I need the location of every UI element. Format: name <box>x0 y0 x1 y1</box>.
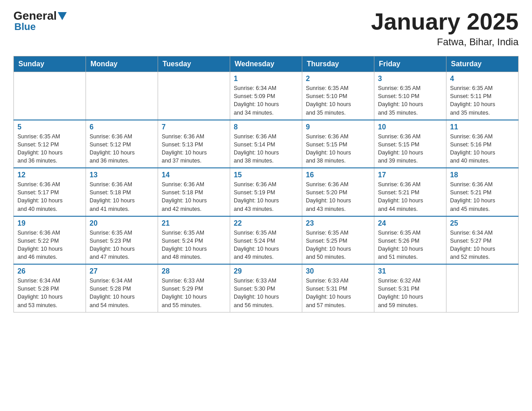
calendar-cell: 13Sunrise: 6:36 AMSunset: 5:18 PMDayligh… <box>86 168 158 216</box>
calendar-cell: 8Sunrise: 6:36 AMSunset: 5:14 PMDaylight… <box>230 120 302 168</box>
calendar-cell: 15Sunrise: 6:36 AMSunset: 5:19 PMDayligh… <box>230 168 302 216</box>
calendar-cell: 17Sunrise: 6:36 AMSunset: 5:21 PMDayligh… <box>374 168 446 216</box>
day-info: Sunrise: 6:35 AMSunset: 5:12 PMDaylight:… <box>17 133 82 165</box>
day-number: 24 <box>378 219 442 227</box>
calendar-cell: 24Sunrise: 6:35 AMSunset: 5:26 PMDayligh… <box>374 216 446 265</box>
calendar-cell: 22Sunrise: 6:35 AMSunset: 5:24 PMDayligh… <box>230 216 302 265</box>
day-number: 14 <box>162 171 226 179</box>
day-info: Sunrise: 6:33 AMSunset: 5:29 PMDaylight:… <box>162 277 226 309</box>
calendar-cell: 12Sunrise: 6:36 AMSunset: 5:17 PMDayligh… <box>14 168 86 216</box>
day-number: 11 <box>450 123 515 131</box>
day-number: 13 <box>90 171 154 179</box>
calendar-header-row: SundayMondayTuesdayWednesdayThursdayFrid… <box>14 56 519 72</box>
day-number: 21 <box>162 219 226 227</box>
day-info: Sunrise: 6:35 AMSunset: 5:24 PMDaylight:… <box>162 229 226 261</box>
calendar-title: January 2025 <box>371 9 519 34</box>
day-info: Sunrise: 6:36 AMSunset: 5:19 PMDaylight:… <box>234 180 298 213</box>
day-number: 26 <box>17 267 82 275</box>
day-number: 12 <box>17 171 82 179</box>
calendar-cell: 29Sunrise: 6:33 AMSunset: 5:30 PMDayligh… <box>230 264 302 312</box>
day-number: 22 <box>234 219 298 227</box>
calendar-cell: 16Sunrise: 6:36 AMSunset: 5:20 PMDayligh… <box>302 168 374 216</box>
calendar-cell: 20Sunrise: 6:35 AMSunset: 5:23 PMDayligh… <box>86 216 158 265</box>
day-number: 4 <box>450 75 515 83</box>
day-number: 10 <box>378 123 442 131</box>
day-number: 15 <box>234 171 298 179</box>
day-number: 18 <box>450 171 515 179</box>
day-number: 29 <box>234 267 298 275</box>
page-header: General Blue January 2025 Fatwa, Bihar, … <box>13 9 519 48</box>
day-info: Sunrise: 6:36 AMSunset: 5:17 PMDaylight:… <box>17 180 82 213</box>
calendar-cell <box>446 264 519 312</box>
calendar-cell: 11Sunrise: 6:36 AMSunset: 5:16 PMDayligh… <box>446 120 519 168</box>
calendar-header-sunday: Sunday <box>14 56 86 72</box>
day-info: Sunrise: 6:36 AMSunset: 5:20 PMDaylight:… <box>306 180 370 213</box>
day-number: 6 <box>90 123 154 131</box>
day-number: 19 <box>17 219 82 227</box>
day-info: Sunrise: 6:35 AMSunset: 5:26 PMDaylight:… <box>378 229 442 261</box>
calendar-header-friday: Friday <box>374 56 446 72</box>
day-info: Sunrise: 6:34 AMSunset: 5:27 PMDaylight:… <box>450 229 515 261</box>
day-number: 17 <box>378 171 442 179</box>
day-info: Sunrise: 6:33 AMSunset: 5:31 PMDaylight:… <box>306 277 370 309</box>
day-number: 27 <box>90 267 154 275</box>
calendar-cell: 4Sunrise: 6:35 AMSunset: 5:11 PMDaylight… <box>446 72 519 120</box>
day-info: Sunrise: 6:32 AMSunset: 5:31 PMDaylight:… <box>378 277 442 309</box>
calendar-header-monday: Monday <box>86 56 158 72</box>
calendar-cell: 5Sunrise: 6:35 AMSunset: 5:12 PMDaylight… <box>14 120 86 168</box>
day-info: Sunrise: 6:36 AMSunset: 5:15 PMDaylight:… <box>306 133 370 165</box>
day-info: Sunrise: 6:36 AMSunset: 5:18 PMDaylight:… <box>90 180 154 213</box>
day-info: Sunrise: 6:36 AMSunset: 5:22 PMDaylight:… <box>17 229 82 261</box>
day-number: 16 <box>306 171 370 179</box>
day-info: Sunrise: 6:35 AMSunset: 5:10 PMDaylight:… <box>378 84 442 117</box>
day-number: 23 <box>306 219 370 227</box>
calendar-header-thursday: Thursday <box>302 56 374 72</box>
day-number: 5 <box>17 123 82 131</box>
logo-triangle-icon <box>58 12 67 20</box>
calendar-cell: 14Sunrise: 6:36 AMSunset: 5:18 PMDayligh… <box>158 168 230 216</box>
calendar-cell: 6Sunrise: 6:36 AMSunset: 5:12 PMDaylight… <box>86 120 158 168</box>
day-number: 3 <box>378 75 442 83</box>
logo-blue: Blue <box>14 21 36 33</box>
day-info: Sunrise: 6:36 AMSunset: 5:21 PMDaylight:… <box>450 180 515 213</box>
day-number: 30 <box>306 267 370 275</box>
calendar-cell: 1Sunrise: 6:34 AMSunset: 5:09 PMDaylight… <box>230 72 302 120</box>
calendar-header-wednesday: Wednesday <box>230 56 302 72</box>
calendar-week-row: 19Sunrise: 6:36 AMSunset: 5:22 PMDayligh… <box>14 216 519 265</box>
day-info: Sunrise: 6:35 AMSunset: 5:23 PMDaylight:… <box>90 229 154 261</box>
day-number: 2 <box>306 75 370 83</box>
day-info: Sunrise: 6:36 AMSunset: 5:16 PMDaylight:… <box>450 133 515 165</box>
calendar-cell <box>86 72 158 120</box>
calendar-week-row: 12Sunrise: 6:36 AMSunset: 5:17 PMDayligh… <box>14 168 519 216</box>
logo-area: General Blue <box>13 9 68 33</box>
day-info: Sunrise: 6:36 AMSunset: 5:18 PMDaylight:… <box>162 180 226 213</box>
calendar-week-row: 5Sunrise: 6:35 AMSunset: 5:12 PMDaylight… <box>14 120 519 168</box>
calendar-cell <box>158 72 230 120</box>
calendar-week-row: 26Sunrise: 6:34 AMSunset: 5:28 PMDayligh… <box>14 264 519 312</box>
day-info: Sunrise: 6:34 AMSunset: 5:28 PMDaylight:… <box>17 277 82 309</box>
day-info: Sunrise: 6:35 AMSunset: 5:11 PMDaylight:… <box>450 84 515 117</box>
day-number: 20 <box>90 219 154 227</box>
calendar-cell: 28Sunrise: 6:33 AMSunset: 5:29 PMDayligh… <box>158 264 230 312</box>
day-number: 28 <box>162 267 226 275</box>
day-number: 25 <box>450 219 515 227</box>
title-area: January 2025 Fatwa, Bihar, India <box>371 9 519 48</box>
day-info: Sunrise: 6:35 AMSunset: 5:25 PMDaylight:… <box>306 229 370 261</box>
calendar-cell: 26Sunrise: 6:34 AMSunset: 5:28 PMDayligh… <box>14 264 86 312</box>
day-number: 31 <box>378 267 442 275</box>
day-info: Sunrise: 6:36 AMSunset: 5:21 PMDaylight:… <box>378 180 442 213</box>
calendar-cell: 27Sunrise: 6:34 AMSunset: 5:28 PMDayligh… <box>86 264 158 312</box>
day-number: 8 <box>234 123 298 131</box>
day-number: 1 <box>234 75 298 83</box>
day-info: Sunrise: 6:34 AMSunset: 5:09 PMDaylight:… <box>234 84 298 117</box>
calendar-cell: 31Sunrise: 6:32 AMSunset: 5:31 PMDayligh… <box>374 264 446 312</box>
day-info: Sunrise: 6:36 AMSunset: 5:12 PMDaylight:… <box>90 133 154 165</box>
calendar-week-row: 1Sunrise: 6:34 AMSunset: 5:09 PMDaylight… <box>14 72 519 120</box>
calendar-header-saturday: Saturday <box>446 56 519 72</box>
calendar-cell: 3Sunrise: 6:35 AMSunset: 5:10 PMDaylight… <box>374 72 446 120</box>
calendar-cell: 18Sunrise: 6:36 AMSunset: 5:21 PMDayligh… <box>446 168 519 216</box>
calendar-cell: 7Sunrise: 6:36 AMSunset: 5:13 PMDaylight… <box>158 120 230 168</box>
day-number: 9 <box>306 123 370 131</box>
day-info: Sunrise: 6:36 AMSunset: 5:15 PMDaylight:… <box>378 133 442 165</box>
calendar-table: SundayMondayTuesdayWednesdayThursdayFrid… <box>13 56 519 313</box>
